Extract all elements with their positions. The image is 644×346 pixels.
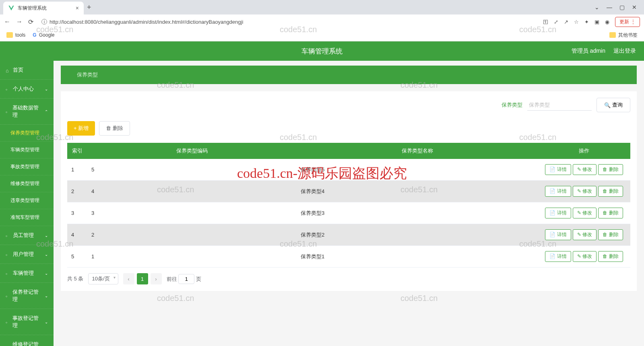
search-input[interactable] (527, 99, 592, 111)
maximize-icon[interactable]: ▢ (619, 4, 625, 10)
row-delete-button[interactable]: 🗑 删除 (598, 229, 623, 240)
cell-name: 保养类型3 (297, 202, 538, 224)
home-icon: ⌂ (6, 68, 10, 72)
add-button[interactable]: + 新增 (67, 121, 95, 136)
sidebar-item-home[interactable]: ⌂首页 (0, 61, 54, 80)
sidebar-item-shigudj[interactable]: ◦事故登记管理⌄ (0, 309, 54, 335)
key-icon[interactable]: ⚿ (543, 19, 548, 25)
sidebar-sub-baoyang[interactable]: 保养类型管理 (0, 125, 54, 142)
search-button[interactable]: 🔍查询 (597, 98, 630, 112)
detail-button[interactable]: 📄 详情 (545, 208, 571, 218)
cell-index: 3 (67, 202, 87, 224)
user-icon: ◦ (6, 86, 10, 91)
edit-button[interactable]: ✎ 修改 (573, 229, 597, 240)
row-delete-button[interactable]: 🗑 删除 (598, 164, 623, 175)
close-icon[interactable]: × (76, 5, 79, 11)
edit-button[interactable]: ✎ 修改 (573, 186, 597, 197)
browser-tab[interactable]: 车辆管理系统 × (3, 2, 84, 14)
sidebar-sub-cheliang[interactable]: 车辆类型管理 (0, 142, 54, 159)
info-icon[interactable]: i (41, 19, 47, 25)
cell-name: 保养类型1 (297, 246, 538, 268)
back-icon[interactable]: ← (4, 18, 10, 26)
folder-icon (609, 32, 616, 38)
page-jump: 前往 页 (167, 274, 201, 284)
panel-icon[interactable]: ▣ (594, 19, 599, 25)
col-ops: 操作 (538, 143, 630, 159)
table-row: 42保养类型2📄 详情✎ 修改🗑 删除 (67, 224, 630, 246)
profile-icon[interactable]: ◉ (605, 19, 609, 25)
star-icon[interactable]: ☆ (574, 19, 579, 25)
accident-icon: ◦ (6, 319, 10, 324)
bookmark-other[interactable]: 其他书签 (609, 32, 638, 39)
sidebar-item-weixiudj[interactable]: ◦维修登记管理⌄ (0, 335, 54, 346)
user-label[interactable]: 管理员 admin (572, 47, 605, 55)
chevron-down-icon: ⌄ (45, 233, 48, 238)
chevron-down-icon: ⌄ (45, 271, 48, 276)
page-size-select[interactable]: 10条/页 (88, 273, 118, 284)
edit-button[interactable]: ✎ 修改 (573, 251, 597, 262)
prev-page-button[interactable]: ‹ (123, 273, 134, 284)
sidebar-sub-shigu[interactable]: 事故类型管理 (0, 159, 54, 175)
cell-ops: 📄 详情✎ 修改🗑 删除 (538, 181, 630, 202)
pagination: 共 5 条 10条/页 ‹ 1 › 前往 页 (67, 273, 630, 284)
extensions-icon[interactable]: ✦ (584, 19, 589, 25)
sidebar-item-yuangong[interactable]: ◦员工管理⌄ (0, 226, 54, 245)
maint-icon: ◦ (6, 293, 10, 298)
detail-button[interactable]: 📄 详情 (545, 251, 571, 262)
table-row: 15保养类型5📄 详情✎ 修改🗑 删除 (67, 159, 630, 181)
zoom-icon[interactable]: ⤢ (554, 19, 558, 25)
detail-button[interactable]: 📄 详情 (545, 229, 571, 240)
folder-icon (6, 32, 13, 38)
reload-icon[interactable]: ⟳ (28, 18, 33, 26)
row-delete-button[interactable]: 🗑 删除 (598, 208, 623, 218)
table-row: 24保养类型4📄 详情✎ 修改🗑 删除 (67, 181, 630, 202)
address-bar: ← → ⟳ i http://localhost:8080/chelianggu… (0, 14, 644, 29)
page-number-button[interactable]: 1 (137, 273, 148, 284)
sidebar-item-baoyangdj[interactable]: ◦保养登记管理⌄ (0, 283, 54, 309)
bookmark-google[interactable]: GGoogle (33, 32, 54, 38)
logout-link[interactable]: 退出登录 (613, 47, 636, 55)
sidebar-sub-weizhang[interactable]: 违章类型管理 (0, 192, 54, 209)
row-delete-button[interactable]: 🗑 删除 (598, 251, 623, 262)
tab-title: 车辆管理系统 (18, 5, 72, 12)
data-icon: ◦ (6, 109, 10, 114)
page-banner: 保养类型 (61, 66, 637, 84)
app-root: 车辆管理系统 管理员 admin 退出登录 ⌂首页 ◦个人中心⌄ ◦基础数据管理… (0, 41, 644, 346)
close-window-icon[interactable]: ✕ (632, 4, 637, 10)
google-icon: G (33, 32, 36, 38)
sidebar-item-cheliang[interactable]: ◦车辆管理⌄ (0, 264, 54, 283)
sidebar-item-yonghu[interactable]: ◦用户管理⌄ (0, 245, 54, 264)
minimize-icon[interactable]: ― (607, 4, 612, 10)
sidebar-item-basedata[interactable]: ◦基础数据管理⌃ (0, 99, 54, 125)
col-index: 索引 (67, 143, 87, 159)
edit-button[interactable]: ✎ 修改 (573, 208, 597, 218)
sidebar-sub-weixiu[interactable]: 维修类型管理 (0, 175, 54, 192)
edit-button[interactable]: ✎ 修改 (573, 164, 597, 175)
total-text: 共 5 条 (67, 275, 83, 282)
detail-button[interactable]: 📄 详情 (545, 186, 571, 197)
share-icon[interactable]: ↗ (564, 19, 568, 25)
page-jump-input[interactable] (178, 274, 194, 284)
detail-button[interactable]: 📄 详情 (545, 164, 571, 175)
delete-button[interactable]: 🗑 删除 (99, 121, 130, 136)
cell-code: 2 (87, 224, 297, 246)
chevron-down-icon: ⌄ (45, 87, 48, 91)
chevron-down-icon[interactable]: ⌄ (594, 4, 599, 10)
bookmark-tools[interactable]: tools (6, 32, 25, 38)
cell-name: 保养类型5 (297, 159, 538, 181)
sidebar-item-personal[interactable]: ◦个人中心⌄ (0, 80, 54, 99)
forward-icon[interactable]: → (16, 18, 23, 26)
window-controls: ⌄ ― ▢ ✕ (594, 4, 641, 10)
url-input[interactable]: i http://localhost:8080/cheliangguanli/a… (38, 19, 538, 25)
content-card: 保养类型 🔍查询 + 新增 🗑 删除 索引 保养类型编码 保养类型名称 操作 (61, 91, 637, 291)
cell-index: 4 (67, 224, 87, 246)
next-page-button[interactable]: › (151, 273, 162, 284)
new-tab-icon[interactable]: + (87, 3, 91, 12)
update-button[interactable]: 更新⋮ (615, 17, 640, 27)
cell-index: 5 (67, 246, 87, 268)
sidebar-sub-zhunjia[interactable]: 准驾车型管理 (0, 209, 54, 226)
tab-bar: 车辆管理系统 × + ⌄ ― ▢ ✕ (0, 0, 644, 14)
url-text: http://localhost:8080/cheliangguanli/adm… (50, 19, 243, 25)
cell-name: 保养类型2 (297, 224, 538, 246)
row-delete-button[interactable]: 🗑 删除 (598, 186, 623, 197)
